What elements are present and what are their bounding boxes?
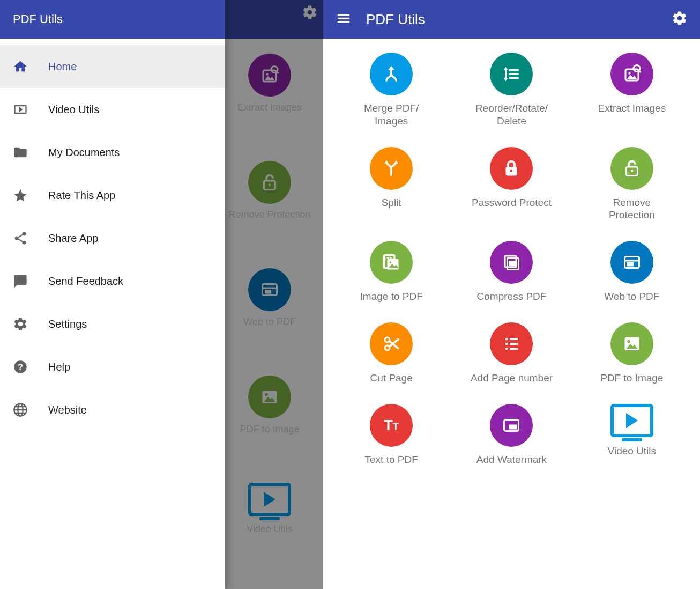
tool-add-watermark[interactable]: Add Watermark bbox=[454, 404, 569, 466]
tool-web-to-pdf[interactable]: Web to PDF bbox=[575, 241, 689, 303]
tool-label: Extract Images bbox=[598, 102, 666, 115]
drawer-item-settings[interactable]: Settings bbox=[0, 303, 225, 345]
tool-pdf-to-image[interactable]: PDF to Image bbox=[575, 322, 689, 385]
reorder-icon bbox=[490, 53, 533, 95]
tool-label: PDF to Image bbox=[600, 372, 663, 385]
merge-icon bbox=[370, 53, 413, 95]
tool-add-page-number[interactable]: Add Page number bbox=[454, 322, 569, 385]
page-number-icon bbox=[490, 322, 533, 365]
web-icon bbox=[610, 241, 653, 284]
menu-button[interactable] bbox=[332, 10, 355, 28]
navigation-drawer: PDF Utils HomeVideo UtilsMy DocumentsRat… bbox=[0, 0, 225, 589]
video-tile-icon bbox=[610, 404, 653, 437]
drawer-item-website[interactable]: Website bbox=[0, 388, 225, 431]
tool-label: Video Utils bbox=[608, 445, 656, 458]
text-icon bbox=[370, 404, 413, 447]
drawer-item-label: Home bbox=[45, 61, 77, 73]
gear-icon bbox=[13, 316, 45, 332]
tool-label: Add Watermark bbox=[476, 453, 547, 466]
tool-reorder-rotate-delete[interactable]: Reorder/Rotate/ Delete bbox=[454, 53, 569, 128]
drawer-item-label: My Documents bbox=[45, 146, 120, 159]
drawer-item-home[interactable]: Home bbox=[0, 45, 225, 88]
feedback-icon bbox=[13, 274, 45, 289]
drawer-item-label: Send Feedback bbox=[45, 275, 123, 288]
video-icon bbox=[13, 102, 45, 117]
appbar: PDF Utils bbox=[323, 0, 700, 39]
hamburger-icon bbox=[336, 10, 352, 28]
tool-label: Remove Protection bbox=[609, 196, 655, 222]
drawer-item-label: Settings bbox=[45, 318, 87, 330]
star-icon bbox=[13, 188, 45, 203]
home-icon bbox=[13, 59, 45, 74]
tool-image-to-pdf[interactable]: Image to PDF bbox=[334, 241, 449, 303]
drawer-list: HomeVideo UtilsMy DocumentsRate This App… bbox=[0, 39, 225, 431]
drawer-item-help[interactable]: Help bbox=[0, 345, 225, 388]
image-icon bbox=[610, 322, 653, 365]
drawer-item-label: Help bbox=[45, 361, 70, 373]
drawer-item-video-utils[interactable]: Video Utils bbox=[0, 88, 225, 131]
tool-label: Merge PDF/ Images bbox=[364, 102, 419, 128]
split-icon bbox=[370, 147, 413, 190]
screenshot-drawer-open: Extract ImagesRemove ProtectionWeb to PD… bbox=[0, 0, 323, 589]
tool-label: Text to PDF bbox=[365, 453, 418, 466]
drawer-item-rate-this-app[interactable]: Rate This App bbox=[0, 174, 225, 217]
watermark-icon bbox=[490, 404, 533, 447]
drawer-item-label: Video Utils bbox=[45, 104, 99, 116]
tool-password-protect[interactable]: Password Protect bbox=[454, 147, 569, 222]
drawer-item-label: Website bbox=[45, 404, 87, 416]
image-to-pdf-icon bbox=[370, 241, 413, 284]
unlock-icon bbox=[610, 147, 653, 190]
tool-label: Split bbox=[382, 196, 401, 209]
extract-images-icon bbox=[610, 53, 653, 95]
drawer-item-send-feedback[interactable]: Send Feedback bbox=[0, 260, 225, 303]
tool-label: Password Protect bbox=[472, 196, 552, 209]
help-icon bbox=[13, 359, 45, 374]
lock-icon bbox=[490, 147, 533, 190]
tool-video-utils[interactable]: Video Utils bbox=[575, 404, 689, 466]
drawer-title: PDF Utils bbox=[0, 0, 225, 39]
gear-icon bbox=[672, 10, 688, 28]
tool-merge-pdf-images[interactable]: Merge PDF/ Images bbox=[334, 53, 449, 128]
tool-remove-protection[interactable]: Remove Protection bbox=[575, 147, 689, 222]
screenshot-main: PDF Utils Merge PDF/ ImagesReorder/Rotat… bbox=[323, 0, 700, 589]
folder-icon bbox=[13, 145, 45, 160]
app-title: PDF Utils bbox=[366, 11, 668, 28]
drawer-item-my-documents[interactable]: My Documents bbox=[0, 131, 225, 174]
tool-label: Add Page number bbox=[471, 372, 553, 385]
drawer-item-label: Rate This App bbox=[45, 189, 115, 202]
compress-icon bbox=[490, 241, 533, 284]
tools-grid: Merge PDF/ ImagesReorder/Rotate/ DeleteE… bbox=[323, 39, 700, 466]
cut-icon bbox=[370, 322, 413, 365]
drawer-item-label: Share App bbox=[45, 232, 98, 245]
tool-label: Web to PDF bbox=[604, 290, 659, 303]
tool-cut-page[interactable]: Cut Page bbox=[334, 322, 449, 385]
tool-compress-pdf[interactable]: Compress PDF bbox=[454, 241, 569, 303]
tool-text-to-pdf[interactable]: Text to PDF bbox=[334, 404, 449, 466]
tool-label: Reorder/Rotate/ Delete bbox=[475, 102, 548, 128]
tool-extract-images[interactable]: Extract Images bbox=[575, 53, 689, 128]
share-icon bbox=[13, 231, 45, 246]
tool-label: Compress PDF bbox=[477, 290, 547, 303]
tool-label: Cut Page bbox=[370, 372, 413, 385]
tool-label: Image to PDF bbox=[360, 290, 423, 303]
drawer-item-share-app[interactable]: Share App bbox=[0, 217, 225, 260]
settings-button[interactable] bbox=[668, 10, 691, 28]
tool-split[interactable]: Split bbox=[334, 147, 449, 222]
globe-icon bbox=[13, 402, 45, 417]
